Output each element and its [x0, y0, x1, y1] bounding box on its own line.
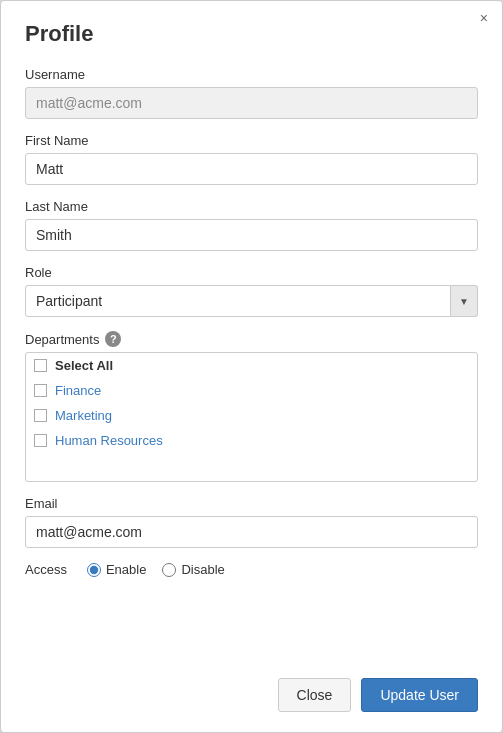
profile-dialog: × Profile Username First Name Last Name …: [0, 0, 503, 733]
role-field-group: Role Participant Admin Observer ▼: [25, 265, 478, 317]
email-field-group: Email: [25, 496, 478, 548]
dept-checkbox-finance[interactable]: [34, 384, 47, 397]
lastname-field-group: Last Name: [25, 199, 478, 251]
lastname-input[interactable]: [25, 219, 478, 251]
access-enable-label: Enable: [106, 562, 146, 577]
update-user-button[interactable]: Update User: [361, 678, 478, 712]
dept-label-select-all: Select All: [55, 358, 113, 373]
role-select-wrapper: Participant Admin Observer ▼: [25, 285, 478, 317]
dept-item-hr[interactable]: Human Resources: [26, 428, 477, 453]
access-disable-label: Disable: [181, 562, 224, 577]
role-label: Role: [25, 265, 478, 280]
dept-item-finance[interactable]: Finance: [26, 378, 477, 403]
username-field-group: Username: [25, 67, 478, 119]
dept-item-marketing[interactable]: Marketing: [26, 403, 477, 428]
access-label: Access: [25, 562, 67, 577]
username-input[interactable]: [25, 87, 478, 119]
departments-field-group: Departments ? Select All Finance Marketi…: [25, 331, 478, 482]
firstname-field-group: First Name: [25, 133, 478, 185]
dept-label-marketing: Marketing: [55, 408, 112, 423]
dept-checkbox-hr[interactable]: [34, 434, 47, 447]
access-enable-option[interactable]: Enable: [87, 562, 146, 577]
email-label: Email: [25, 496, 478, 511]
dialog-title: Profile: [25, 21, 478, 47]
access-row: Access Enable Disable: [25, 562, 478, 577]
dept-checkbox-select-all[interactable]: [34, 359, 47, 372]
close-button[interactable]: Close: [278, 678, 352, 712]
email-input[interactable]: [25, 516, 478, 548]
dialog-footer: Close Update User: [278, 678, 478, 712]
close-icon[interactable]: ×: [480, 11, 488, 25]
access-disable-option[interactable]: Disable: [162, 562, 224, 577]
role-select[interactable]: Participant Admin Observer: [25, 285, 478, 317]
departments-label: Departments: [25, 332, 99, 347]
access-enable-radio[interactable]: [87, 563, 101, 577]
lastname-label: Last Name: [25, 199, 478, 214]
dept-checkbox-marketing[interactable]: [34, 409, 47, 422]
access-disable-radio[interactable]: [162, 563, 176, 577]
departments-help-icon[interactable]: ?: [105, 331, 121, 347]
dept-label-finance: Finance: [55, 383, 101, 398]
firstname-input[interactable]: [25, 153, 478, 185]
dept-item-select-all[interactable]: Select All: [26, 353, 477, 378]
firstname-label: First Name: [25, 133, 478, 148]
departments-label-row: Departments ?: [25, 331, 478, 347]
username-label: Username: [25, 67, 478, 82]
departments-list[interactable]: Select All Finance Marketing Human Resou…: [25, 352, 478, 482]
dept-label-hr: Human Resources: [55, 433, 163, 448]
